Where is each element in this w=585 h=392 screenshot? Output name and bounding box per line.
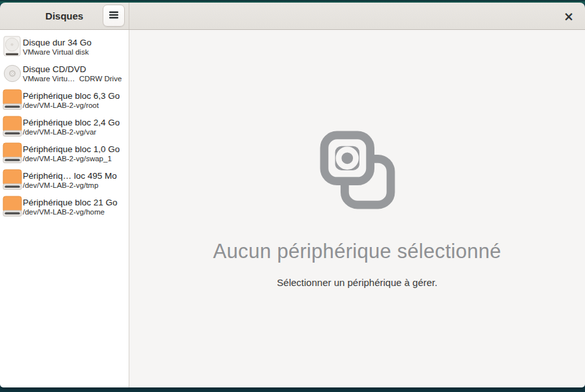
empty-state-subtitle: Sélectionner un périphérique à gérer.: [277, 277, 437, 288]
multi-disk-icon: [319, 130, 396, 213]
device-subtitle: VMware Virtu… CDRW Drive: [23, 75, 122, 83]
device-subtitle: /dev/VM-LAB-2-vg/swap_1: [23, 155, 120, 163]
main-area: Aucun périphérique sélectionné Sélection…: [129, 30, 585, 387]
device-subtitle: /dev/VM-LAB-2-vg/tmp: [23, 181, 117, 190]
device-row-block-tmp[interactable]: Périphériq… loc 495 Mo /dev/VM-LAB-2-vg/…: [0, 166, 129, 193]
device-row-block-var[interactable]: Périphérique bloc 2,4 Go /dev/VM-LAB-2-v…: [0, 113, 129, 140]
headerbar: Disques ×: [0, 3, 585, 30]
block-device-icon: [1, 142, 23, 164]
device-row-block-swap[interactable]: Périphérique bloc 1,0 Go /dev/VM-LAB-2-v…: [0, 140, 129, 166]
device-title: Périphérique bloc 21 Go: [23, 197, 118, 208]
device-title: Périphériq… loc 495 Mo: [23, 170, 117, 181]
device-title: Disque CD/DVD: [23, 64, 122, 75]
device-title: Périphérique bloc 1,0 Go: [23, 144, 120, 155]
close-button[interactable]: ×: [561, 8, 577, 24]
window-body: Disque dur 34 Go VMware Virtual disk Dis…: [0, 30, 585, 387]
device-title: Périphérique bloc 2,4 Go: [23, 117, 120, 128]
device-row-cd-dvd[interactable]: Disque CD/DVD VMware Virtu… CDRW Drive: [0, 60, 129, 86]
device-subtitle: /dev/VM-LAB-2-vg/root: [23, 101, 120, 110]
block-device-icon: [1, 169, 23, 190]
device-subtitle: VMware Virtual disk: [23, 48, 92, 57]
device-list: Disque dur 34 Go VMware Virtual disk Dis…: [0, 30, 129, 387]
block-device-icon: [1, 116, 23, 137]
hard-disk-icon: [1, 36, 23, 57]
device-row-block-root[interactable]: Périphérique bloc 6,3 Go /dev/VM-LAB-2-v…: [0, 86, 129, 113]
device-row-block-home[interactable]: Périphérique bloc 21 Go /dev/VM-LAB-2-vg…: [0, 193, 129, 220]
device-title: Périphérique bloc 6,3 Go: [23, 90, 120, 101]
headerbar-main-section: ×: [129, 3, 585, 29]
optical-disc-icon: [1, 64, 23, 83]
empty-state-title: Aucun périphérique sélectionné: [213, 240, 501, 263]
block-device-icon: [1, 89, 23, 111]
headerbar-sidebar-section: Disques: [0, 3, 129, 29]
disks-window: Disques ×: [0, 3, 585, 387]
device-subtitle: /dev/VM-LAB-2-vg/var: [23, 128, 120, 137]
close-icon: ×: [564, 9, 574, 23]
device-row-hard-disk[interactable]: Disque dur 34 Go VMware Virtual disk: [0, 33, 129, 60]
device-title: Disque dur 34 Go: [23, 37, 92, 48]
block-device-icon: [1, 196, 23, 217]
hamburger-icon: [109, 10, 119, 22]
device-subtitle: /dev/VM-LAB-2-vg/home: [23, 208, 118, 216]
menu-button[interactable]: [103, 5, 125, 27]
